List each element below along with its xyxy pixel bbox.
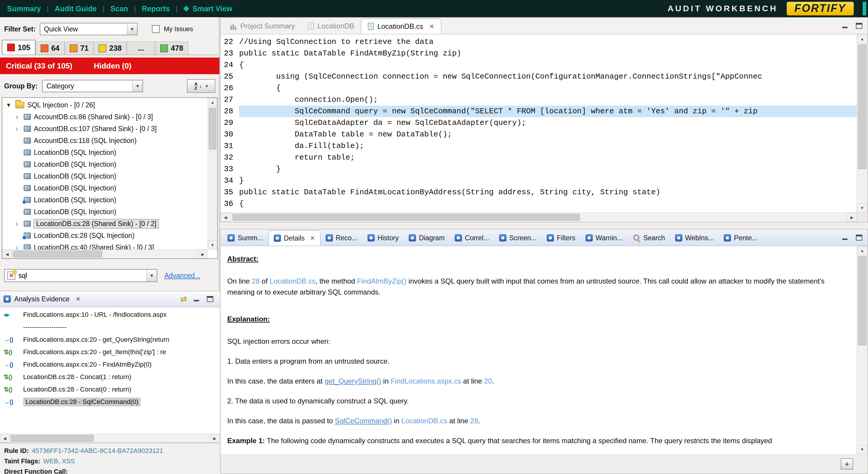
tree-item[interactable]: ›LocationDB.cs:40 (Shared Sink) - [0 / 3… [2, 242, 208, 249]
scrollbar-thumb[interactable] [209, 108, 216, 150]
code-line[interactable]: 30 DataTable table = new DataTable(); [221, 129, 857, 140]
severity-tab-more[interactable]: ... [127, 41, 155, 55]
close-icon[interactable]: ✕ [75, 295, 81, 303]
close-icon[interactable]: ✕ [310, 234, 315, 242]
scrollbar-thumb[interactable] [13, 251, 102, 257]
code-line[interactable]: 25 using (SqlCeConnection connection = n… [221, 71, 857, 83]
scroll-down-button[interactable]: ▼ [857, 445, 867, 454]
tree-item[interactable]: LocationDB.cs:28 (SQL Injection) [2, 229, 208, 242]
scroll-left-button[interactable]: ◀ [0, 434, 9, 443]
tree-item[interactable]: LocationDB (SQL Injection) [2, 147, 208, 158]
evidence-item[interactable]: →()FindLocations.aspx.cs:20 - FindAtmByZ… [0, 358, 219, 371]
code-line[interactable]: 28 SqlCeCommand query = new SqlCeCommand… [221, 105, 857, 117]
code-line[interactable]: 36{ [221, 198, 857, 210]
inline-link[interactable]: LocationDB.cs [270, 277, 316, 285]
tree-item[interactable]: ›AccountDB.cs:86 (Shared Sink) - [0 / 3] [2, 111, 208, 123]
inline-link[interactable]: 20 [484, 377, 492, 385]
scrollbar-thumb[interactable] [858, 44, 867, 169]
menu-item-audit-guide[interactable]: Audit Guide [55, 4, 97, 13]
tab-filters[interactable]: Filters [542, 230, 581, 246]
code-line[interactable]: 29 SqlCeDataAdapter da = new SqlCeDataAd… [221, 117, 857, 129]
code-line[interactable]: 24{ [221, 59, 857, 71]
code-line[interactable]: 23public static DataTable FindAtmByZip(S… [221, 48, 857, 59]
code-line[interactable]: 34} [221, 175, 857, 187]
editor-vertical-scrollbar[interactable]: ▲ ▼ [857, 34, 867, 212]
advanced-search-link[interactable]: Advanced... [164, 272, 200, 280]
my-issues-checkbox[interactable] [152, 25, 160, 33]
menu-item-scan[interactable]: Scan [111, 4, 128, 13]
evidence-item[interactable]: -------------------- [0, 321, 219, 334]
evidence-item[interactable]: →()LocationDB.cs:28 - SqlCeCommand(0) [0, 396, 219, 408]
filter-set-dropdown[interactable]: Quick View ▾ [40, 23, 137, 35]
tree-item[interactable]: LocationDB (SQL Injection) [2, 158, 208, 170]
inline-link[interactable]: 28 [252, 277, 260, 285]
scroll-up-button[interactable]: ▲ [208, 98, 217, 107]
expand-arrow-icon[interactable]: › [13, 124, 21, 133]
dropdown-arrow-icon[interactable]: ▾ [127, 24, 137, 35]
code-line[interactable]: 22//Using SqlConnection to retrieve the … [221, 36, 857, 48]
maximize-icon[interactable] [856, 234, 863, 241]
evidence-item[interactable]: →()FindLocations.aspx.cs:20 - get_QueryS… [0, 334, 219, 346]
inline-link[interactable]: get_QueryString() [324, 377, 381, 385]
dropdown-arrow-icon[interactable]: ▾ [147, 270, 157, 282]
inline-link[interactable]: SqlCeCommand() [335, 417, 392, 425]
menu-item-reports[interactable]: Reports [142, 4, 170, 13]
tab-summ[interactable]: Summ... [222, 230, 268, 246]
tab-reco[interactable]: Reco... [321, 230, 363, 246]
tab-details[interactable]: Details✕ [268, 230, 321, 246]
plus-button[interactable]: + [841, 458, 853, 470]
editor-tab-locationdb[interactable]: LocationDB [301, 19, 361, 34]
inline-link[interactable]: LocationDB.cs [401, 417, 447, 425]
tree-item[interactable]: ›AccountDB.cs:107 (Shared Sink) - [0 / 3… [2, 123, 208, 135]
scroll-down-button[interactable]: ▼ [857, 203, 867, 212]
editor-horizontal-scrollbar[interactable]: ◀ ▶ [221, 212, 857, 222]
evidence-item[interactable]: ⇅()LocationDB.cs:28 - Concat(1 : return) [0, 371, 219, 383]
issue-search-field[interactable]: ✕ ▾ [4, 269, 157, 282]
code-area[interactable]: 22//Using SqlConnection to retrieve the … [221, 34, 857, 212]
inline-link[interactable]: FindLocations.aspx.cs [391, 377, 461, 385]
scrollbar-thumb[interactable] [858, 256, 867, 345]
scroll-right-button[interactable]: ▶ [847, 213, 857, 222]
tree-item[interactable]: ›LocationDB.cs:28 (Shared Sink) - [0 / 2… [2, 218, 208, 229]
dropdown-arrow-icon[interactable]: ▾ [132, 81, 143, 92]
tab-history[interactable]: History [363, 230, 404, 246]
tree-item[interactable]: LocationDB (SQL Injection) [2, 182, 208, 194]
code-line[interactable]: 27 connection.Open(); [221, 94, 857, 105]
expand-arrow-icon[interactable]: ▾ [5, 101, 12, 109]
scroll-left-button[interactable]: ◀ [221, 213, 230, 222]
scroll-down-button[interactable]: ▼ [208, 241, 217, 249]
scroll-up-button[interactable]: ▲ [857, 246, 867, 255]
scroll-up-button[interactable]: ▲ [857, 34, 867, 43]
severity-tab-478[interactable]: 478 [155, 41, 188, 55]
scrollbar-thumb[interactable] [11, 435, 94, 442]
inline-link[interactable]: FindAtmByZip() [357, 277, 407, 285]
tree-root-row[interactable]: ▾SQL Injection - [0 / 26] [2, 99, 208, 111]
severity-tab-105[interactable]: 105 [2, 40, 36, 55]
expand-arrow-icon[interactable]: › [13, 243, 21, 249]
tab-search[interactable]: Search [628, 230, 670, 246]
code-line[interactable]: 33 } [221, 163, 857, 175]
evidence-item[interactable]: ◂▸FindLocations.aspx:10 - URL - /findloc… [0, 309, 219, 321]
tab-screen[interactable]: Screen... [494, 230, 542, 246]
search-input[interactable] [19, 272, 144, 280]
severity-tab-238[interactable]: 238 [93, 41, 127, 55]
expand-arrow-icon[interactable]: › [13, 112, 21, 122]
scroll-right-button[interactable]: ▶ [210, 434, 219, 443]
tab-pente[interactable]: Pente... [719, 230, 763, 246]
tree-horizontal-scrollbar[interactable]: ◀ ▶ [2, 249, 208, 258]
menu-item-summary[interactable]: Summary [7, 4, 41, 13]
menu-item-smart-view[interactable]: Smart View [184, 4, 232, 13]
minimize-icon[interactable] [841, 23, 849, 29]
tab-webins[interactable]: WebIns... [670, 230, 719, 246]
editor-tab-project-summary[interactable]: Project Summary [223, 19, 301, 34]
scroll-left-button[interactable]: ◀ [2, 250, 12, 258]
evidence-item[interactable]: ⇅()LocationDB.cs:28 - Concat(0 : return) [0, 383, 219, 396]
severity-tab-71[interactable]: 71 [65, 41, 94, 55]
tab-warnin[interactable]: Warnin... [581, 230, 628, 246]
tree-vertical-scrollbar[interactable]: ▲ ▼ [208, 98, 217, 249]
trace-swap-icon[interactable]: ⇄ [180, 294, 187, 304]
dropdown-arrow-icon[interactable]: ▾ [206, 83, 208, 89]
scrollbar-thumb[interactable] [232, 214, 580, 221]
tree-item[interactable]: LocationDB (SQL Injection) [2, 206, 208, 218]
scroll-right-button[interactable]: ▶ [198, 250, 208, 258]
